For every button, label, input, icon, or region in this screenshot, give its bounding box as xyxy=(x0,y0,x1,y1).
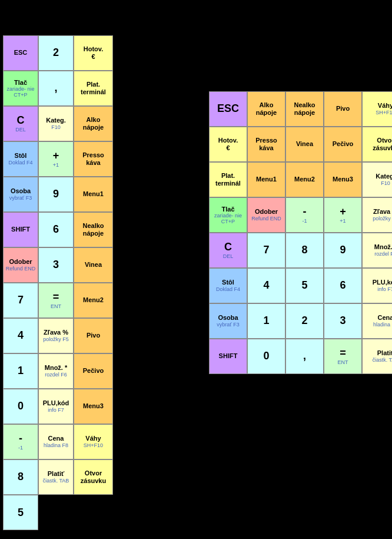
right-key-r4c2[interactable]: 8 xyxy=(285,233,324,268)
right-keyboard: ESCAlkonápojeNealkonápojePivoVáhySH+F10H… xyxy=(209,91,392,374)
right-key-r2c3[interactable]: Menu3 xyxy=(324,162,362,197)
right-key-r3c0[interactable]: Tlačzariade- nie CT+P xyxy=(209,197,247,233)
right-key-r6c2[interactable]: 2 xyxy=(285,303,324,339)
right-key-r3c4[interactable]: Zľava %položky F5 xyxy=(362,197,392,233)
left-key-r9c1[interactable]: Množ. *rozdel F6 xyxy=(38,353,74,389)
left-key-r0c0[interactable]: ESC xyxy=(3,35,38,71)
left-key-r2c0[interactable]: CDEL xyxy=(3,106,38,141)
right-key-r2c4[interactable]: Kateg.F10 xyxy=(362,162,392,197)
left-key-r0c2[interactable]: Hotov.€ xyxy=(74,35,113,71)
left-key-r1c1[interactable]: , xyxy=(38,71,74,106)
left-key-r5c1[interactable]: 6 xyxy=(38,212,74,247)
right-key-r5c1[interactable]: 4 xyxy=(247,268,285,303)
left-key-r8c2[interactable]: Pivo xyxy=(74,318,113,353)
left-key-r3c0[interactable]: StôlDoklad F4 xyxy=(3,141,38,177)
left-key-r6c1[interactable]: 3 xyxy=(38,247,74,283)
right-key-r0c4[interactable]: VáhySH+F10 xyxy=(362,91,392,127)
right-key-r4c3[interactable]: 9 xyxy=(324,233,362,268)
left-key-r4c2[interactable]: Menu1 xyxy=(74,177,113,212)
left-key-r0c1[interactable]: 2 xyxy=(38,35,74,71)
left-key-r11c2[interactable]: VáhySH+F10 xyxy=(74,424,113,459)
right-key-r6c4[interactable]: Cenahladina F8 xyxy=(362,303,392,339)
left-key-r9c0[interactable]: 1 xyxy=(3,353,38,389)
left-key-r4c0[interactable]: Osobavybrať F3 xyxy=(3,177,38,212)
right-key-r1c4[interactable]: Otvorzásuvku xyxy=(362,127,392,162)
right-key-r7c0[interactable]: SHIFT xyxy=(209,339,247,374)
left-key-r10c1[interactable]: PLU,kódinfo F7 xyxy=(38,389,74,424)
right-key-r1c2[interactable]: Vinea xyxy=(285,127,324,162)
right-key-r6c0[interactable]: Osobavybrať F3 xyxy=(209,303,247,339)
right-key-r7c2[interactable]: , xyxy=(285,339,324,374)
key-5[interactable]: 5 xyxy=(3,495,38,530)
right-key-r2c1[interactable]: Menu1 xyxy=(247,162,285,197)
right-key-r1c0[interactable]: Hotov.€ xyxy=(209,127,247,162)
right-key-r3c2[interactable]: --1 xyxy=(285,197,324,233)
left-key-r12c2[interactable]: Otvorzásuvku xyxy=(74,459,113,495)
left-keyboard: ESC2Hotov.€Tlačzariade- nie CT+P,Plat.te… xyxy=(3,35,113,495)
left-key-r11c1[interactable]: Cenahladina F8 xyxy=(38,424,74,459)
right-key-r2c2[interactable]: Menu2 xyxy=(285,162,324,197)
right-key-r0c3[interactable]: Pivo xyxy=(324,91,362,127)
right-key-r7c1[interactable]: 0 xyxy=(247,339,285,374)
left-key-r2c1[interactable]: Kateg.F10 xyxy=(38,106,74,141)
left-key-r7c1[interactable]: =ENT xyxy=(38,283,74,318)
right-key-r0c0[interactable]: ESC xyxy=(209,91,247,127)
left-key-r6c2[interactable]: Vinea xyxy=(74,247,113,283)
left-key-r5c0[interactable]: SHIFT xyxy=(3,212,38,247)
left-key-r1c2[interactable]: Plat.terminál xyxy=(74,71,113,106)
left-key-r2c2[interactable]: Alkonápoje xyxy=(74,106,113,141)
left-key-r12c1[interactable]: Platiťčiastk. TAB xyxy=(38,459,74,495)
right-key-r6c1[interactable]: 1 xyxy=(247,303,285,339)
right-key-r4c1[interactable]: 7 xyxy=(247,233,285,268)
right-key-r1c1[interactable]: Pressokáva xyxy=(247,127,285,162)
left-key-r10c0[interactable]: 0 xyxy=(3,389,38,424)
left-key-r7c2[interactable]: Menu2 xyxy=(74,283,113,318)
right-key-r5c4[interactable]: PLU,kódinfo F7 xyxy=(362,268,392,303)
right-key-r0c2[interactable]: Nealkonápoje xyxy=(285,91,324,127)
left-key-r8c1[interactable]: Zľava %položky F5 xyxy=(38,318,74,353)
left-key-r8c0[interactable]: 4 xyxy=(3,318,38,353)
right-key-r2c0[interactable]: Plat.terminál xyxy=(209,162,247,197)
right-key-r7c3[interactable]: =ENT xyxy=(324,339,362,374)
left-key-r4c1[interactable]: 9 xyxy=(38,177,74,212)
right-key-r1c3[interactable]: Pečivo xyxy=(324,127,362,162)
left-key-r6c0[interactable]: OdoberRefund END xyxy=(3,247,38,283)
right-key-r0c1[interactable]: Alkonápoje xyxy=(247,91,285,127)
right-key-r3c3[interactable]: ++1 xyxy=(324,197,362,233)
right-key-r4c4[interactable]: Množ. *rozdel F6 xyxy=(362,233,392,268)
right-key-r5c0[interactable]: StôlDoklad F4 xyxy=(209,268,247,303)
right-key-r5c2[interactable]: 5 xyxy=(285,268,324,303)
left-key-r7c0[interactable]: 7 xyxy=(3,283,38,318)
left-key-r11c0[interactable]: --1 xyxy=(3,424,38,459)
left-key-r5c2[interactable]: Nealkonápoje xyxy=(74,212,113,247)
left-key-r10c2[interactable]: Menu3 xyxy=(74,389,113,424)
left-key-r3c1[interactable]: ++1 xyxy=(38,141,74,177)
right-key-r6c3[interactable]: 3 xyxy=(324,303,362,339)
left-key-r3c2[interactable]: Pressokáva xyxy=(74,141,113,177)
left-key-r12c0[interactable]: 8 xyxy=(3,459,38,495)
right-key-r3c1[interactable]: OdoberRefund END xyxy=(247,197,285,233)
left-key-r1c0[interactable]: Tlačzariade- nie CT+P xyxy=(3,71,38,106)
right-key-r5c3[interactable]: 6 xyxy=(324,268,362,303)
right-key-r7c4[interactable]: Platiťčiastk. TAB xyxy=(362,339,392,374)
right-key-r4c0[interactable]: CDEL xyxy=(209,233,247,268)
left-key-r9c2[interactable]: Pečivo xyxy=(74,353,113,389)
